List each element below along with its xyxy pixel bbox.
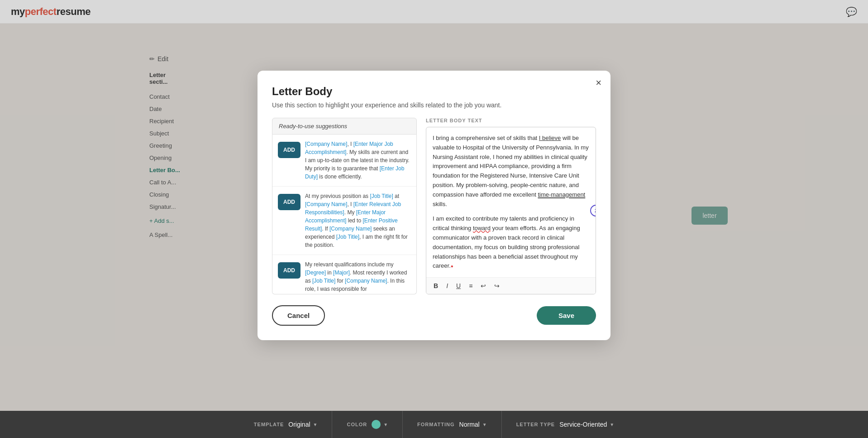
suggestion-text-3: My relevant qualifications include my [D… [305, 260, 411, 293]
color-section: COLOR ▼ [332, 411, 403, 438]
cancel-button[interactable]: Cancel [272, 305, 325, 326]
template-section: TEMPLATE Original ▼ [239, 411, 333, 438]
letter-type-chevron-icon: ▼ [610, 422, 614, 427]
color-label: COLOR [347, 422, 367, 427]
suggestion-item-1: ADD [Company Name], I [Enter Major Job A… [272, 135, 416, 187]
add-suggestion-3-button[interactable]: ADD [278, 262, 300, 279]
redo-button[interactable]: ↪ [492, 281, 501, 290]
suggestion-item-2: ADD At my previous position as [Job Titl… [272, 187, 416, 255]
formatting-label: FORMATTING [417, 422, 455, 427]
modal-close-button[interactable]: × [596, 78, 601, 88]
suggestions-list: ADD [Company Name], I [Enter Major Job A… [272, 135, 417, 294]
suggestions-header: Ready-to-use suggestions [272, 118, 417, 135]
formatting-chevron-icon: ▼ [482, 422, 487, 427]
color-chevron-icon: ▼ [383, 422, 388, 427]
modal-subtitle: Use this section to highlight your exper… [272, 101, 596, 109]
editor-label: LETTER BODY TEXT [426, 118, 596, 123]
add-suggestion-2-button[interactable]: ADD [278, 194, 300, 210]
modal-overlay: × Letter Body Use this section to highli… [0, 0, 868, 411]
template-chevron-icon: ▼ [313, 422, 318, 427]
formatting-section: FORMATTING Normal ▼ [403, 411, 502, 438]
formatting-value[interactable]: Normal ▼ [459, 421, 487, 428]
modal-title: Letter Body [272, 85, 596, 98]
template-value[interactable]: Original ▼ [288, 421, 317, 428]
editor-paragraph-2: I am excited to contribute my talents an… [433, 214, 589, 271]
suggestion-text-1: [Company Name], I [Enter Major Job Accom… [305, 140, 411, 181]
add-suggestion-1-button[interactable]: ADD [278, 142, 300, 158]
list-button[interactable]: ≡ [467, 281, 474, 290]
editor-paragraph-1: I bring a comprehensive set of skills th… [433, 134, 589, 209]
undo-button[interactable]: ↩ [479, 281, 488, 290]
italic-button[interactable]: I [444, 281, 450, 290]
editor-panel: LETTER BODY TEXT I bring a comprehensive… [426, 118, 596, 294]
suggestions-panel: Ready-to-use suggestions ADD [Company Na… [272, 118, 417, 294]
letter-type-label: LETTER TYPE [516, 422, 555, 427]
underline-button[interactable]: U [454, 281, 463, 290]
bold-button[interactable]: B [432, 281, 440, 290]
letter-type-value[interactable]: Service-Oriented ▼ [559, 421, 614, 428]
modal-body: Ready-to-use suggestions ADD [Company Na… [272, 118, 596, 294]
suggestion-item-3: ADD My relevant qualifications include m… [272, 255, 416, 294]
editor-content[interactable]: I bring a comprehensive set of skills th… [426, 127, 596, 277]
letter-type-section: LETTER TYPE Service-Oriented ▼ [502, 411, 629, 438]
template-label: TEMPLATE [254, 422, 284, 427]
editor-toolbar: B I U ≡ ↩ ↪ [426, 277, 596, 294]
letter-body-modal: × Letter Body Use this section to highli… [258, 71, 610, 340]
color-dot [372, 420, 381, 429]
suggestion-text-2: At my previous position as [Job Title] a… [305, 192, 411, 249]
color-value[interactable]: ▼ [372, 420, 388, 429]
modal-footer: Cancel Save [272, 305, 596, 326]
save-button[interactable]: Save [537, 306, 596, 325]
bottom-bar: TEMPLATE Original ▼ COLOR ▼ FORMATTING N… [0, 411, 868, 438]
editor-box[interactable]: I bring a comprehensive set of skills th… [426, 127, 596, 294]
